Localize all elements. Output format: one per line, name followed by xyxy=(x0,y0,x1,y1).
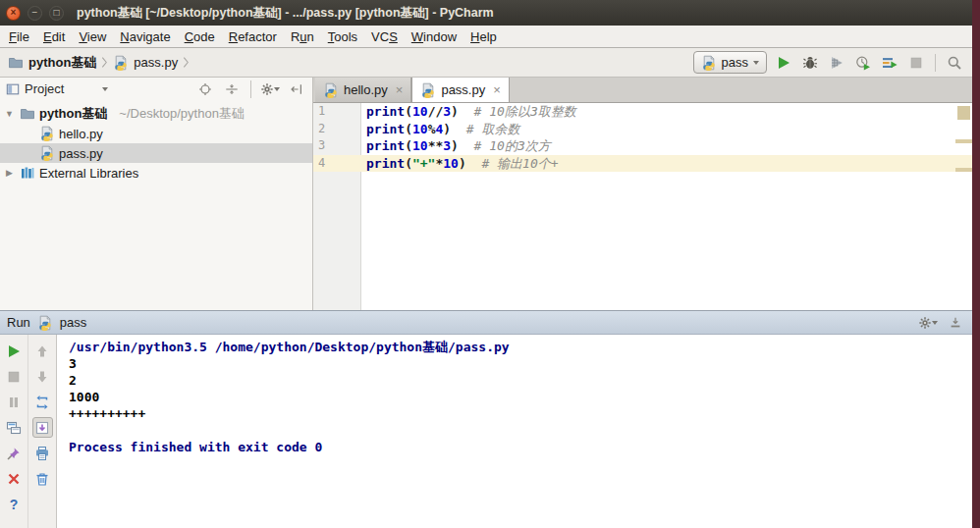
breadcrumb-label: pass.py xyxy=(134,55,178,70)
menu-edit[interactable]: Edit xyxy=(36,27,72,46)
error-stripe-mark[interactable] xyxy=(955,139,972,143)
chevron-down-icon[interactable] xyxy=(102,87,108,91)
menu-code[interactable]: Code xyxy=(178,27,222,46)
project-panel-title[interactable]: Project xyxy=(25,81,64,96)
menu-window[interactable]: Window xyxy=(405,27,463,46)
folder-icon xyxy=(8,55,24,71)
collapse-all-button[interactable] xyxy=(222,79,242,99)
tree-item-label: External Libraries xyxy=(39,166,138,181)
chevron-expanded-icon[interactable]: ▼ xyxy=(3,109,16,119)
run-with-settings-icon xyxy=(882,55,898,71)
menu-vcs[interactable]: VCS xyxy=(364,27,405,46)
settings-icon xyxy=(260,82,274,96)
menu-refactor[interactable]: Refactor xyxy=(222,27,284,46)
run-with-settings-button[interactable] xyxy=(880,53,899,73)
project-pane-icon xyxy=(6,82,20,96)
toolbar-separator xyxy=(250,80,251,98)
pin-button[interactable] xyxy=(4,443,25,463)
pin-icon xyxy=(6,446,22,461)
clear-icon xyxy=(34,471,50,487)
locate-button[interactable] xyxy=(195,79,215,99)
run-button[interactable] xyxy=(774,53,793,73)
settings-button[interactable] xyxy=(918,313,938,333)
python-icon xyxy=(323,82,339,98)
rerun-button[interactable] xyxy=(4,341,25,361)
menu-file[interactable]: File xyxy=(2,27,36,46)
up-button[interactable] xyxy=(32,341,53,361)
dock-button[interactable] xyxy=(946,313,965,333)
hide-button[interactable] xyxy=(287,79,306,99)
coverage-icon xyxy=(829,55,844,71)
down-icon xyxy=(34,369,50,385)
python-icon xyxy=(420,82,436,98)
titlebar: × − □ python基础 [~/Desktop/python基础] - ..… xyxy=(0,0,972,26)
run-config-selector[interactable]: pass xyxy=(693,51,767,74)
down-button[interactable] xyxy=(32,366,53,387)
run-session-tab[interactable]: pass xyxy=(60,315,86,330)
help-icon: ? xyxy=(6,497,22,512)
error-stripe-mark[interactable] xyxy=(955,168,972,172)
chevron-collapsed-icon[interactable]: ▶ xyxy=(3,168,16,178)
search-icon xyxy=(947,55,962,71)
tab-pass.py[interactable]: pass.py× xyxy=(411,78,509,102)
python-icon xyxy=(39,126,55,141)
debug-button[interactable] xyxy=(800,53,820,73)
window-title: python基础 [~/Desktop/python基础] - .../pass… xyxy=(77,5,494,22)
search-button[interactable] xyxy=(945,53,964,73)
settings-button[interactable] xyxy=(260,79,280,99)
help-button[interactable]: ? xyxy=(4,494,25,514)
stop-button[interactable] xyxy=(906,53,926,73)
print-button[interactable] xyxy=(32,443,53,463)
code-line: 4print("+"*10) # 输出10个+ xyxy=(313,155,972,173)
show-processes-button[interactable] xyxy=(4,417,25,438)
profiler-button[interactable] xyxy=(853,53,873,73)
console-line: 2 xyxy=(69,372,972,389)
menu-help[interactable]: Help xyxy=(463,27,504,46)
line-number: 1 xyxy=(313,103,360,121)
tab-hello.py[interactable]: hello.py× xyxy=(315,78,411,102)
editor-pane: hello.py×pass.py× 1print(10//3) # 10除以3取… xyxy=(313,78,972,310)
menubar: FileEditViewNavigateCodeRefactorRunTools… xyxy=(0,26,972,48)
window-minimize-button[interactable]: − xyxy=(27,6,42,21)
breadcrumb-item[interactable]: python基础 xyxy=(8,54,96,72)
console-line: /usr/bin/python3.5 /home/python/Desktop/… xyxy=(69,339,972,355)
menu-view[interactable]: View xyxy=(72,27,113,46)
tree-item-hello.py[interactable]: hello.py xyxy=(0,124,312,143)
menu-tools[interactable]: Tools xyxy=(321,27,364,46)
window-maximize-button[interactable]: □ xyxy=(49,6,64,21)
tree-item-pass.py[interactable]: pass.py xyxy=(0,143,312,163)
run-panel-title[interactable]: Run xyxy=(7,315,30,330)
run-console[interactable]: /usr/bin/python3.5 /home/python/Desktop/… xyxy=(57,335,972,528)
tree-item-python-[interactable]: ▼python基础~/Desktop/python基础 xyxy=(0,104,312,124)
pause-button[interactable] xyxy=(4,392,25,412)
code-line: 2print(10%4) # 取余数 xyxy=(313,121,972,138)
library-icon xyxy=(20,165,35,181)
scroll-to-end-button[interactable] xyxy=(32,417,53,438)
hide-icon xyxy=(290,82,303,96)
toolbar-actions: pass xyxy=(693,51,964,74)
chevron-down-icon xyxy=(932,321,938,325)
run-tool-window: Run pass ? /usr/bin/python3.5 /home/pyth… xyxy=(0,310,972,528)
tree-item-External-Libraries[interactable]: ▶External Libraries xyxy=(0,163,312,183)
stop-icon xyxy=(908,55,924,71)
breadcrumb-label: python基础 xyxy=(28,54,96,72)
inspection-indicator[interactable] xyxy=(957,106,970,120)
coverage-button[interactable] xyxy=(827,53,846,73)
run-header-icons xyxy=(918,313,965,333)
close-button[interactable] xyxy=(4,468,25,489)
console-line: Process finished with exit code 0 xyxy=(69,439,972,455)
line-number: 4 xyxy=(313,155,360,173)
menu-navigate[interactable]: Navigate xyxy=(113,27,177,46)
clear-button[interactable] xyxy=(32,468,53,489)
breadcrumb-item[interactable]: pass.py xyxy=(113,55,178,71)
menu-run[interactable]: Run xyxy=(284,27,321,46)
close-icon[interactable]: × xyxy=(493,82,501,97)
stop-button[interactable] xyxy=(4,366,25,387)
restore-layout-button[interactable] xyxy=(32,392,53,412)
show-processes-icon xyxy=(6,420,22,436)
close-icon[interactable]: × xyxy=(396,82,404,97)
project-tree: ▼python基础~/Desktop/python基础hello.pypass.… xyxy=(0,100,312,183)
editor[interactable]: 1print(10//3) # 10除以3取整数2print(10%4) # 取… xyxy=(313,103,972,310)
code-text: print(10%4) # 取余数 xyxy=(360,121,519,138)
window-close-button[interactable]: × xyxy=(6,6,21,21)
